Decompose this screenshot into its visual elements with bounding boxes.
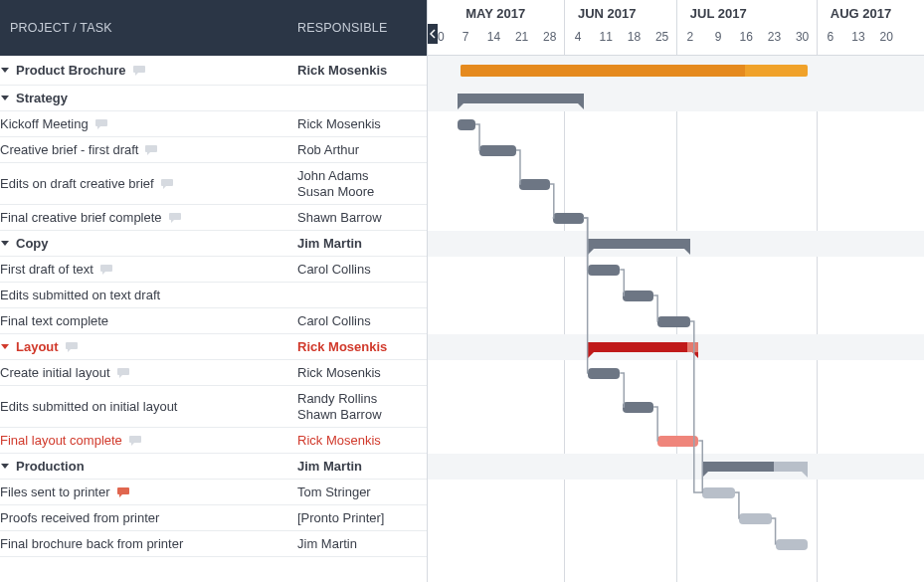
comment-icon[interactable]	[128, 435, 142, 447]
task-rows: Product BrochureRick MosenkisStrategyKic…	[0, 56, 427, 582]
task-bar[interactable]	[519, 179, 550, 190]
summary-bar[interactable]	[588, 342, 698, 352]
responsible-cell: Randy Rollins Shawn Barrow	[297, 387, 427, 427]
expand-caret-icon[interactable]	[0, 239, 10, 249]
responsible-cell: Jim Martin	[297, 532, 427, 556]
task-label: Create initial layout	[0, 365, 110, 380]
task-bar[interactable]	[702, 487, 734, 498]
timeline-panel[interactable]: MAY 2017JUN 2017JUL 2017AUG 2017 3071421…	[428, 0, 924, 582]
responsible-cell	[297, 95, 427, 102]
task-label: Final text complete	[0, 313, 108, 328]
task-bar[interactable]	[588, 368, 620, 379]
task-label: Final brochure back from printer	[0, 536, 183, 551]
task-row[interactable]: Product BrochureRick Mosenkis	[0, 56, 427, 86]
task-bar[interactable]	[553, 213, 584, 224]
summary-bar[interactable]	[458, 94, 584, 103]
project-bar[interactable]	[461, 65, 809, 77]
task-bar[interactable]	[458, 119, 475, 130]
task-label: Copy	[16, 236, 49, 251]
task-list-panel: PROJECT / TASK RESPONSIBLE Product Broch…	[0, 0, 428, 582]
responsible-cell: Shawn Barrow	[297, 206, 427, 230]
responsible-cell: Carol Collins	[297, 258, 427, 282]
task-bar[interactable]	[479, 145, 516, 156]
col-header-responsible[interactable]: RESPONSIBLE	[297, 21, 427, 35]
comment-icon[interactable]	[99, 264, 113, 276]
day-tick: 6	[827, 30, 833, 44]
task-label: Kickoff Meeting	[0, 116, 89, 131]
gantt-chart-area[interactable]	[438, 56, 924, 582]
task-row[interactable]: Proofs received from printer[Pronto Prin…	[0, 505, 427, 531]
task-label: Production	[16, 459, 85, 474]
responsible-cell: Rick Mosenkis	[297, 59, 427, 83]
timeline-header: MAY 2017JUN 2017JUL 2017AUG 2017 3071421…	[428, 0, 924, 56]
comment-icon[interactable]	[65, 341, 79, 353]
task-bar[interactable]	[588, 265, 620, 276]
expand-caret-icon[interactable]	[0, 342, 10, 352]
comment-icon[interactable]	[160, 178, 174, 190]
responsible-cell: Tom Stringer	[297, 481, 427, 504]
expand-caret-icon[interactable]	[0, 462, 10, 472]
responsible-cell: John Adams Susan Moore	[297, 164, 427, 204]
comment-icon[interactable]	[116, 486, 130, 498]
task-label: Final creative brief complete	[0, 210, 162, 225]
day-tick: 11	[600, 30, 613, 44]
task-bar[interactable]	[657, 316, 689, 327]
task-row[interactable]: Strategy	[0, 86, 427, 111]
task-row[interactable]: Final layout completeRick Mosenkis	[0, 428, 427, 454]
responsible-cell: Rob Arthur	[297, 138, 427, 162]
task-row[interactable]: Files sent to printerTom Stringer	[0, 480, 427, 505]
expand-caret-icon[interactable]	[0, 94, 10, 103]
task-bar[interactable]	[739, 513, 771, 524]
day-tick: 20	[880, 30, 893, 44]
collapse-left-panel-button[interactable]	[428, 24, 438, 44]
task-label: Edits submitted on text draft	[0, 288, 160, 302]
task-row[interactable]: CopyJim Martin	[0, 231, 427, 257]
month-label: JUN 2017	[578, 6, 637, 21]
task-label: Layout	[16, 339, 59, 354]
month-label: AUG 2017	[831, 6, 891, 21]
expand-caret-icon[interactable]	[0, 66, 10, 76]
task-label: Edits submitted on initial layout	[0, 399, 177, 414]
day-tick: 23	[768, 30, 781, 44]
summary-bar[interactable]	[702, 462, 808, 472]
summary-bar[interactable]	[588, 239, 690, 249]
day-tick: 30	[796, 30, 809, 44]
comment-icon[interactable]	[132, 65, 146, 77]
responsible-cell: Carol Collins	[297, 309, 427, 333]
task-row[interactable]: Final text completeCarol Collins	[0, 308, 427, 334]
task-row[interactable]: Edits on draft creative briefJohn Adams …	[0, 163, 427, 205]
col-header-task[interactable]: PROJECT / TASK	[0, 21, 297, 35]
task-row[interactable]: ProductionJim Martin	[0, 454, 427, 480]
task-label: Proofs received from printer	[0, 510, 159, 525]
task-row[interactable]: LayoutRick Mosenkis	[0, 334, 427, 360]
comment-icon[interactable]	[168, 212, 182, 224]
responsible-cell: [Pronto Printer]	[297, 506, 427, 530]
comment-icon[interactable]	[144, 144, 158, 156]
responsible-cell: Rick Mosenkis	[297, 361, 427, 385]
responsible-cell: Rick Mosenkis	[297, 429, 427, 453]
task-row[interactable]: Final creative brief completeShawn Barro…	[0, 205, 427, 231]
responsible-cell: Jim Martin	[297, 232, 427, 256]
task-list-header: PROJECT / TASK RESPONSIBLE	[0, 0, 427, 56]
task-label: First draft of text	[0, 262, 93, 277]
task-label: Creative brief - first draft	[0, 142, 138, 157]
task-row[interactable]: Edits submitted on text draft	[0, 283, 427, 308]
task-label: Files sent to printer	[0, 485, 110, 499]
task-bar[interactable]	[623, 291, 653, 301]
gantt-app: PROJECT / TASK RESPONSIBLE Product Broch…	[0, 0, 924, 582]
dependency-links	[438, 56, 924, 557]
task-row[interactable]: Kickoff MeetingRick Mosenkis	[0, 111, 427, 137]
day-tick: 18	[628, 30, 641, 44]
task-label: Edits on draft creative brief	[0, 176, 154, 191]
task-row[interactable]: Creative brief - first draftRob Arthur	[0, 137, 427, 163]
comment-icon[interactable]	[116, 367, 130, 379]
task-row[interactable]: Edits submitted on initial layoutRandy R…	[0, 386, 427, 428]
task-row[interactable]: Create initial layoutRick Mosenkis	[0, 360, 427, 386]
day-tick: 25	[655, 30, 668, 44]
task-row[interactable]: First draft of textCarol Collins	[0, 257, 427, 283]
task-bar[interactable]	[657, 436, 698, 447]
comment-icon[interactable]	[94, 118, 108, 130]
task-bar[interactable]	[623, 402, 653, 413]
task-bar[interactable]	[776, 539, 808, 550]
task-row[interactable]: Final brochure back from printerJim Mart…	[0, 531, 427, 557]
